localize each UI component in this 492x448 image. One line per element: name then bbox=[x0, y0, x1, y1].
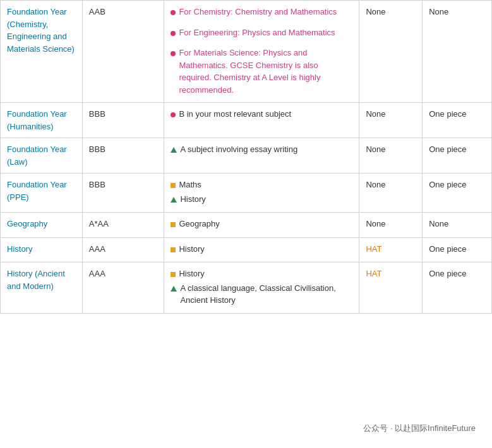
subject-item: History bbox=[171, 193, 352, 206]
subjects-cell: For Chemistry: Chemistry and Mathematics… bbox=[164, 1, 359, 103]
written-work-cell: One piece bbox=[423, 103, 492, 138]
table-row: Foundation Year (Humanities)BBBB in your… bbox=[1, 103, 492, 138]
subjects-cell: HistoryA classical language, Classical C… bbox=[164, 262, 359, 314]
written-work-cell: None bbox=[423, 213, 492, 238]
course-link[interactable]: Geography bbox=[7, 219, 47, 228]
table-row: GeographyA*AAGeographyNoneNone bbox=[1, 213, 492, 238]
course-link[interactable]: History bbox=[7, 244, 32, 254]
table-row: Foundation Year (Chemistry, Engineering … bbox=[1, 1, 492, 103]
course-link[interactable]: Foundation Year (Law) bbox=[7, 144, 67, 167]
grades-cell: BBB bbox=[82, 138, 164, 174]
table-row: HistoryAAAHistoryHATOne piece bbox=[1, 237, 492, 262]
requirements-table: Foundation Year (Chemistry, Engineering … bbox=[0, 0, 492, 314]
grades-cell: AAB bbox=[82, 1, 164, 103]
grades-cell: BBB bbox=[82, 174, 164, 213]
grades-cell: A*AA bbox=[82, 213, 164, 238]
admissions-test-link[interactable]: HAT bbox=[366, 269, 381, 278]
grades-cell: AAA bbox=[82, 262, 164, 314]
subject-text: Geography bbox=[179, 218, 219, 230]
admissions-test-cell: None bbox=[359, 103, 423, 138]
admissions-test-cell: None bbox=[359, 213, 423, 238]
subject-text: For Materials Science: Physics and Mathe… bbox=[179, 47, 352, 96]
subject-text: History bbox=[179, 268, 204, 280]
subject-text: History bbox=[180, 193, 205, 206]
subject-text: B in your most relevant subject bbox=[179, 108, 291, 121]
table-row: Foundation Year (PPE)BBBMathsHistoryNone… bbox=[1, 174, 492, 213]
table-row: History (Ancient and Modern)AAAHistoryA … bbox=[1, 262, 492, 314]
admissions-test-cell: None bbox=[359, 174, 423, 213]
subject-text: For Chemistry: Chemistry and Mathematics bbox=[179, 6, 337, 18]
admissions-test-cell: HAT bbox=[359, 262, 423, 314]
subject-item: Geography bbox=[171, 218, 352, 231]
subjects-cell: MathsHistory bbox=[164, 174, 359, 213]
subjects-cell: A subject involving essay writing bbox=[164, 138, 359, 174]
table-row: Foundation Year (Law)BBBA subject involv… bbox=[1, 138, 492, 174]
written-work-cell: One piece bbox=[423, 262, 492, 314]
course-link[interactable]: Foundation Year (PPE) bbox=[7, 180, 67, 202]
subject-text: History bbox=[179, 243, 204, 256]
written-work-cell: One piece bbox=[423, 174, 492, 213]
subject-item: A classical language, Classical Civilisa… bbox=[171, 282, 352, 307]
subject-item: History bbox=[171, 268, 352, 281]
subjects-cell: Geography bbox=[164, 213, 359, 238]
admissions-test-cell: None bbox=[359, 138, 423, 174]
subject-block: For Chemistry: Chemistry and Mathematics bbox=[171, 6, 352, 19]
admissions-test-cell: HAT bbox=[359, 237, 423, 262]
subject-item: Maths bbox=[171, 179, 352, 192]
written-work-cell: One piece bbox=[423, 237, 492, 262]
written-work-cell: One piece bbox=[423, 138, 492, 174]
admissions-test-link[interactable]: HAT bbox=[366, 244, 381, 254]
grades-cell: BBB bbox=[82, 103, 164, 138]
subject-text: A classical language, Classical Civilisa… bbox=[180, 282, 352, 307]
subject-text: A subject involving essay writing bbox=[180, 143, 297, 156]
grades-cell: AAA bbox=[82, 237, 164, 262]
subject-block: For Materials Science: Physics and Mathe… bbox=[171, 47, 352, 96]
written-work-cell: None bbox=[423, 1, 492, 103]
admissions-test-cell: None bbox=[359, 1, 423, 103]
course-link[interactable]: History (Ancient and Modern) bbox=[7, 269, 65, 291]
subjects-cell: History bbox=[164, 237, 359, 262]
subject-item: A subject involving essay writing bbox=[171, 143, 352, 156]
course-link[interactable]: Foundation Year (Humanities) bbox=[7, 109, 67, 131]
subjects-cell: B in your most relevant subject bbox=[164, 103, 359, 138]
subject-text: Maths bbox=[179, 179, 201, 191]
subject-item: B in your most relevant subject bbox=[171, 108, 352, 121]
course-link[interactable]: Foundation Year (Chemistry, Engineering … bbox=[7, 7, 75, 54]
subject-block: For Engineering: Physics and Mathematics bbox=[171, 27, 352, 40]
subject-text: For Engineering: Physics and Mathematics bbox=[179, 27, 335, 39]
subject-item: History bbox=[171, 243, 352, 256]
